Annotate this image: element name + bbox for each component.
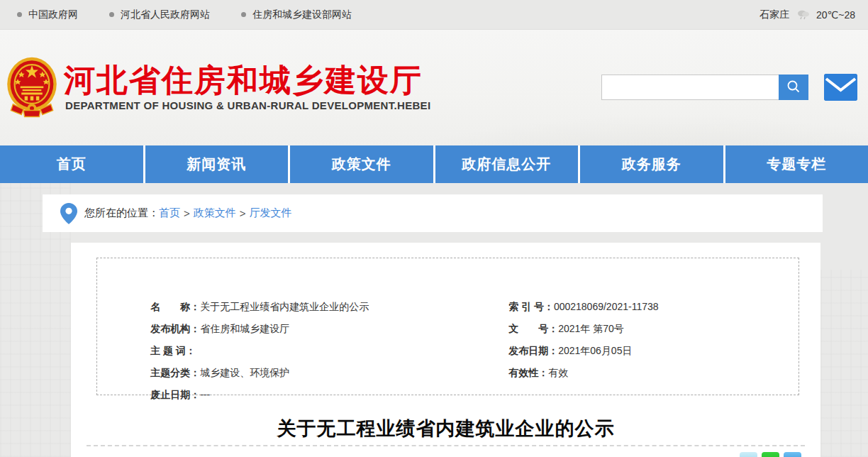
document-info-box: 名 称：关于无工程业绩省内建筑业企业的公示 发布机构：省住房和城乡建设厅 主 题…: [96, 258, 799, 395]
link-label: 住房和城乡建设部网站: [252, 9, 352, 21]
title-divider: [87, 445, 805, 446]
nav-item-services[interactable]: 政务服务: [580, 145, 723, 183]
weather-temp: 20℃~28: [816, 9, 855, 21]
doc-info-label: 索 引 号：: [508, 301, 554, 312]
wechat-share-icon[interactable]: [762, 452, 779, 457]
doc-info-label: 发布机构：: [150, 323, 200, 334]
nav-item-policy[interactable]: 政策文件: [290, 145, 433, 183]
doc-info-value: ---: [200, 389, 210, 400]
bullet-dot-icon: [241, 12, 246, 17]
mail-icon: [824, 74, 857, 101]
mailbox-button[interactable]: [824, 74, 857, 101]
content-card: 名 称：关于无工程业绩省内建筑业企业的公示 发布机构：省住房和城乡建设厅 主 题…: [71, 243, 820, 457]
weather-widget: 石家庄 20℃~28: [760, 0, 855, 30]
link-china-gov[interactable]: 中国政府网: [17, 9, 78, 21]
main-nav: 首页 新闻资讯 政策文件 政府信息公开 政务服务 专题专栏: [0, 145, 868, 183]
bullet-dot-icon: [17, 12, 22, 17]
doc-info-label: 名 称：: [150, 301, 200, 312]
doc-info-value: 2021年06月05日: [558, 345, 632, 356]
link-label: 河北省人民政府网站: [121, 9, 210, 21]
top-bar: 中国政府网 河北省人民政府网站 住房和城乡建设部网站 石家庄 20℃~28: [0, 0, 868, 30]
breadcrumb-separator: >: [240, 207, 246, 219]
breadcrumb-link-home[interactable]: 首页: [159, 207, 180, 220]
doc-info-label: 主题分类：: [150, 367, 200, 378]
link-hebei-gov[interactable]: 河北省人民政府网站: [109, 9, 210, 21]
search-button[interactable]: [779, 75, 808, 100]
breadcrumb: 您所在的位置： 首页 > 政策文件 > 厅发文件: [43, 194, 823, 232]
search-icon: [786, 79, 801, 97]
doc-info-left-column: 名 称：关于无工程业绩省内建筑业企业的公示 发布机构：省住房和城乡建设厅 主 题…: [128, 274, 369, 384]
search-input[interactable]: [601, 75, 779, 100]
search-bar: [601, 75, 808, 100]
link-label: 中国政府网: [28, 9, 78, 21]
doc-info-value: 关于无工程业绩省内建筑业企业的公示: [200, 301, 369, 312]
doc-info-label: 发布日期：: [508, 345, 558, 356]
doc-info-label: 文 号：: [508, 323, 558, 334]
doc-info-value: 省住房和城乡建设厅: [200, 323, 289, 334]
doc-info-value: 000218069/2021-11738: [554, 301, 659, 312]
bullet-dot-icon: [109, 12, 114, 17]
qzone-share-icon[interactable]: [740, 452, 757, 457]
doc-info-right-column: 索 引 号：000218069/2021-11738 文 号：2021年 第70…: [486, 274, 659, 362]
link-mohurd[interactable]: 住房和城乡建设部网站: [241, 9, 352, 21]
breadcrumb-prefix: 您所在的位置：: [84, 207, 159, 220]
doc-info-label: 主 题 词：: [150, 345, 196, 356]
breadcrumb-link-dept-docs[interactable]: 厅发文件: [250, 207, 292, 220]
national-emblem-logo: [6, 55, 58, 123]
breadcrumb-separator: >: [184, 207, 190, 219]
article-title: 关于无工程业绩省内建筑业企业的公示: [71, 416, 820, 441]
site-subtitle: DEPARTMENT OF HOUSING & URBAN-RURAL DEVE…: [65, 99, 430, 111]
doc-info-value: 2021年 第70号: [558, 323, 624, 334]
top-links: 中国政府网 河北省人民政府网站 住房和城乡建设部网站: [0, 9, 383, 21]
doc-info-row-name: 名 称：关于无工程业绩省内建筑业企业的公示: [128, 274, 369, 296]
share-buttons: [740, 452, 801, 457]
weather-icon: [796, 9, 811, 22]
breadcrumb-link-policy[interactable]: 政策文件: [194, 207, 236, 220]
site-header: 河北省住房和城乡建设厅 DEPARTMENT OF HOUSING & URBA…: [0, 30, 868, 145]
nav-item-special[interactable]: 专题专栏: [725, 145, 868, 183]
doc-info-row-index: 索 引 号：000218069/2021-11738: [486, 274, 659, 296]
weather-city: 石家庄: [760, 9, 789, 21]
doc-info-value: 有效: [548, 367, 568, 378]
doc-info-label: 有效性：: [508, 367, 548, 378]
doc-info-value: 城乡建设、环境保护: [200, 367, 289, 378]
nav-item-gov-info[interactable]: 政府信息公开: [435, 145, 579, 183]
site-title: 河北省住房和城乡建设厅: [64, 60, 423, 101]
nav-item-news[interactable]: 新闻资讯: [145, 145, 289, 183]
doc-info-label: 废止日期：: [150, 389, 200, 400]
nav-item-home[interactable]: 首页: [0, 145, 143, 183]
location-pin-icon: [60, 203, 77, 224]
qq-share-icon[interactable]: [784, 452, 801, 457]
right-background-sketch: [820, 270, 868, 457]
